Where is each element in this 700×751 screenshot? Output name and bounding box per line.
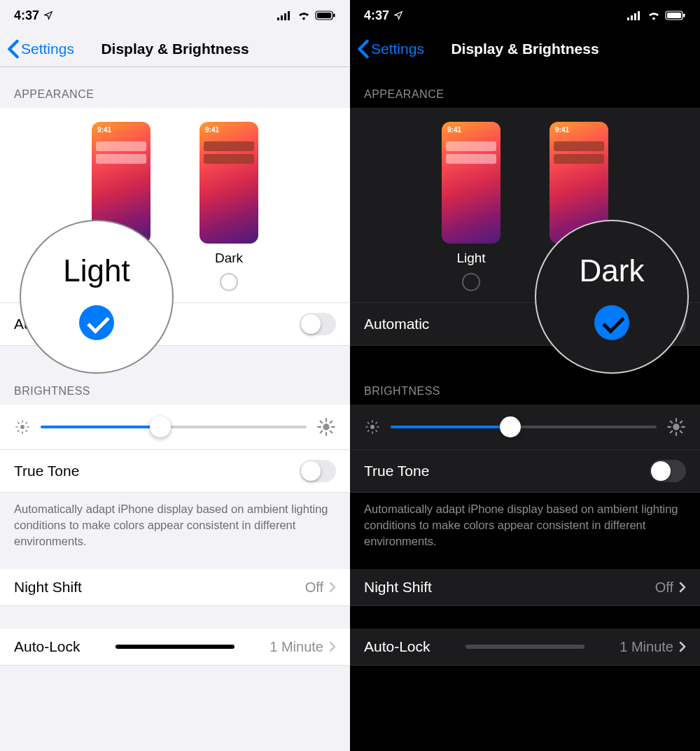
svg-rect-3: [288, 11, 290, 20]
true-tone-toggle[interactable]: [650, 460, 686, 482]
light-option[interactable]: 9:41 Light: [442, 122, 500, 291]
status-bar: 4:37: [350, 0, 700, 31]
battery-icon: [665, 10, 686, 20]
true-tone-description: Automatically adapt iPhone display based…: [350, 493, 700, 569]
true-tone-toggle[interactable]: [300, 460, 336, 482]
chevron-right-icon: [329, 582, 336, 593]
appearance-header: APPEARANCE: [350, 67, 700, 108]
magnified-light-label: Light: [63, 253, 130, 288]
night-shift-row[interactable]: Night Shift Off: [350, 569, 700, 606]
dark-radio[interactable]: [220, 273, 238, 291]
svg-line-47: [680, 431, 682, 433]
nav-bar: Settings Display & Brightness: [0, 31, 350, 67]
preview-time: 9:41: [447, 126, 461, 134]
status-bar: 4:37: [0, 0, 350, 31]
svg-point-16: [323, 423, 329, 430]
status-time: 4:37: [14, 8, 39, 23]
chevron-right-icon: [329, 641, 336, 652]
svg-rect-26: [631, 15, 633, 20]
back-button[interactable]: Settings: [7, 39, 74, 59]
light-mode-screenshot: 4:37 Settings Display & Brightness APPEA…: [0, 0, 350, 751]
light-radio[interactable]: [462, 273, 480, 291]
svg-line-37: [368, 423, 369, 423]
brightness-slider[interactable]: [391, 426, 657, 428]
chevron-left-icon: [7, 39, 20, 59]
svg-line-15: [26, 423, 27, 423]
svg-rect-6: [333, 14, 335, 17]
magnifier-dark: Dark: [535, 220, 689, 374]
cellular-icon: [277, 10, 293, 20]
dark-option[interactable]: 9:41 Dark: [200, 122, 258, 291]
svg-rect-28: [638, 11, 640, 20]
brightness-header: BRIGHTNESS: [350, 375, 700, 405]
brightness-low-icon: [364, 419, 381, 435]
magnifier-light: Light: [20, 220, 174, 374]
night-shift-value: Off: [655, 580, 673, 596]
nav-bar: Settings Display & Brightness: [350, 31, 700, 67]
dark-preview-thumbnail: 9:41: [200, 122, 258, 244]
true-tone-description: Automatically adapt iPhone display based…: [0, 493, 350, 569]
night-shift-value: Off: [305, 580, 323, 596]
true-tone-row: True Tone: [350, 450, 700, 493]
auto-lock-row[interactable]: Auto-Lock 1 Minute: [350, 629, 700, 666]
svg-line-23: [321, 431, 322, 433]
magnified-dark-label: Dark: [580, 253, 645, 288]
wifi-icon: [297, 10, 311, 20]
preview-time: 9:41: [555, 126, 569, 134]
svg-line-49: [680, 421, 682, 423]
svg-line-14: [18, 430, 19, 431]
svg-line-46: [671, 421, 672, 423]
svg-line-24: [330, 421, 332, 423]
chevron-left-icon: [357, 39, 370, 59]
svg-rect-5: [317, 13, 331, 18]
brightness-slider-row: [0, 405, 350, 450]
light-label: Light: [456, 251, 485, 266]
svg-rect-2: [284, 13, 286, 20]
svg-rect-25: [627, 17, 629, 20]
automatic-label: Automatic: [364, 316, 429, 332]
auto-lock-row[interactable]: Auto-Lock 1 Minute: [0, 629, 350, 666]
svg-rect-1: [281, 15, 283, 20]
svg-point-7: [20, 425, 24, 429]
brightness-high-icon: [666, 417, 686, 437]
magnified-checkmark-icon: [594, 305, 629, 340]
true-tone-row: True Tone: [0, 450, 350, 493]
svg-rect-0: [277, 17, 279, 20]
magnified-checkmark-icon: [79, 305, 114, 340]
svg-point-41: [673, 423, 679, 430]
back-button[interactable]: Settings: [357, 39, 424, 59]
true-tone-label: True Tone: [14, 463, 79, 479]
true-tone-label: True Tone: [364, 463, 429, 479]
light-preview-thumbnail: 9:41: [442, 122, 500, 244]
svg-rect-27: [634, 13, 636, 20]
svg-line-40: [376, 423, 377, 423]
brightness-high-icon: [316, 417, 336, 437]
night-shift-row[interactable]: Night Shift Off: [0, 569, 350, 606]
auto-lock-label: Auto-Lock: [364, 638, 430, 655]
location-icon: [393, 10, 403, 20]
back-label: Settings: [21, 41, 74, 57]
chevron-right-icon: [679, 641, 686, 652]
auto-lock-value: 1 Minute: [620, 639, 673, 655]
svg-line-13: [26, 430, 27, 431]
svg-rect-31: [683, 14, 685, 17]
night-shift-label: Night Shift: [14, 579, 82, 596]
battery-icon: [315, 10, 336, 20]
brightness-low-icon: [14, 419, 31, 435]
night-shift-label: Night Shift: [364, 579, 432, 596]
brightness-slider-row: [350, 405, 700, 450]
automatic-toggle[interactable]: [300, 313, 336, 335]
brightness-slider[interactable]: [41, 426, 307, 428]
svg-point-32: [370, 425, 374, 429]
svg-line-39: [368, 430, 369, 431]
dark-mode-screenshot: 4:37 Settings Display & Brightness APPEA…: [350, 0, 700, 751]
preview-time: 9:41: [97, 126, 111, 134]
back-label: Settings: [371, 41, 424, 57]
preview-time: 9:41: [205, 126, 219, 134]
appearance-header: APPEARANCE: [0, 67, 350, 108]
svg-line-38: [376, 430, 377, 431]
scroll-indicator: [465, 645, 584, 649]
brightness-header: BRIGHTNESS: [0, 375, 350, 405]
location-icon: [43, 10, 53, 20]
status-time: 4:37: [364, 8, 389, 23]
